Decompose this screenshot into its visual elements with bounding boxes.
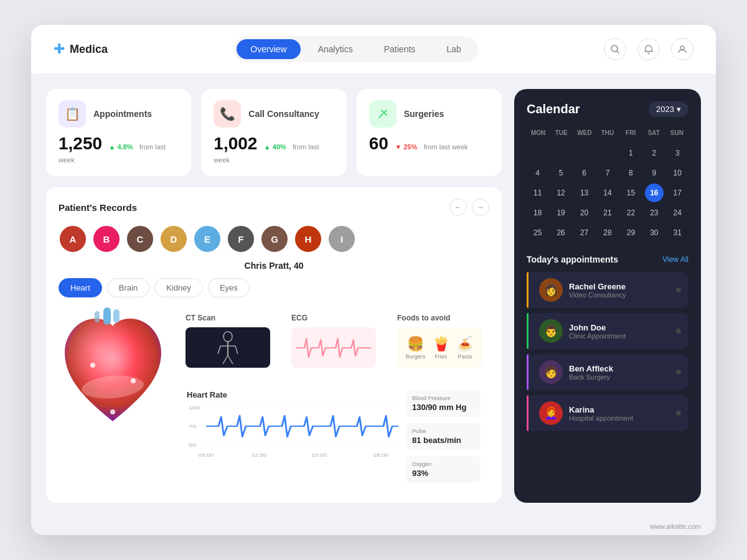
calendar-date[interactable]: 24 bbox=[668, 203, 687, 222]
calendar-date[interactable]: 31 bbox=[668, 223, 687, 242]
calls-value: 1,002 ▲ 40% from last week bbox=[214, 134, 334, 165]
bell-icon[interactable] bbox=[637, 38, 660, 60]
patient-avatar-8[interactable]: H bbox=[294, 225, 322, 253]
appt-type: Back Surgery bbox=[569, 373, 670, 381]
calendar-date[interactable]: 13 bbox=[575, 184, 594, 202]
view-all-button[interactable]: View All bbox=[662, 255, 688, 264]
calendar-date[interactable]: 8 bbox=[621, 164, 640, 182]
calendar-date[interactable]: 4 bbox=[529, 164, 547, 182]
tab-overview[interactable]: Overview bbox=[237, 39, 300, 59]
stat-header-calls: 📞 Call Consultancy bbox=[214, 100, 334, 128]
header-actions bbox=[604, 38, 693, 60]
appt-type: Video Consultancy bbox=[569, 291, 670, 299]
appt-info: Karina Hospital appointment bbox=[569, 405, 670, 422]
calendar-date[interactable]: 1 bbox=[621, 144, 640, 162]
svg-text:75: 75 bbox=[189, 424, 197, 429]
calendar-date[interactable]: 18 bbox=[529, 203, 547, 222]
appt-more-icon[interactable] bbox=[676, 287, 681, 292]
organ-tab-kidney[interactable]: Kidney bbox=[154, 278, 203, 297]
calendar-date[interactable]: 12 bbox=[552, 184, 570, 202]
calendar-date[interactable]: 19 bbox=[552, 203, 570, 222]
calendar-date[interactable]: 23 bbox=[645, 203, 664, 222]
calendar-dates: 1234567891011121314151617181920212223242… bbox=[527, 144, 688, 242]
calendar-date[interactable]: 28 bbox=[598, 223, 617, 242]
organ-tab-heart[interactable]: Heart bbox=[59, 278, 102, 297]
appt-name: Rachel Greene bbox=[569, 282, 670, 291]
search-icon[interactable] bbox=[604, 38, 626, 60]
calendar-date[interactable]: 25 bbox=[529, 223, 547, 242]
patient-avatar-9[interactable]: I bbox=[327, 225, 356, 253]
food-item-pasta: 🍝 Pasta bbox=[456, 336, 473, 360]
calendar-date[interactable]: 29 bbox=[621, 223, 640, 242]
surgeries-value: 60 ▼ 25% from last week bbox=[369, 134, 489, 154]
calendar-date bbox=[529, 144, 547, 162]
bp-value: 130/90 mm Hg bbox=[412, 403, 474, 412]
calendar-date[interactable]: 16 bbox=[645, 184, 664, 202]
foods-title: Foods to avoid bbox=[397, 314, 482, 322]
next-arrow-button[interactable]: → bbox=[472, 198, 489, 216]
prev-arrow-button[interactable]: ← bbox=[449, 198, 467, 216]
logo-icon: ✚ bbox=[54, 41, 65, 57]
surgeries-change: ▼ 25% bbox=[395, 143, 417, 151]
calendar-date[interactable]: 22 bbox=[621, 203, 640, 222]
organ-tab-eyes[interactable]: Eyes bbox=[208, 278, 250, 297]
logo-area: ✚ Medica bbox=[54, 41, 108, 57]
appt-avatar: 👨 bbox=[539, 319, 563, 343]
appointment-item[interactable]: 🧑 Ben Affleck Back Surgery bbox=[527, 354, 688, 390]
patient-avatar-4[interactable]: D bbox=[159, 225, 188, 253]
patient-avatar-2[interactable]: B bbox=[92, 225, 121, 253]
ecg-title: ECG bbox=[291, 314, 376, 322]
stat-card-calls: 📞 Call Consultancy 1,002 ▲ 40% from last… bbox=[201, 89, 346, 176]
pulse-vital: Pulse 81 beats/min bbox=[406, 423, 481, 450]
organ-tab-brain[interactable]: Brain bbox=[107, 278, 149, 297]
surgeries-label: Surgeries bbox=[404, 109, 444, 119]
calendar-date[interactable]: 15 bbox=[621, 184, 640, 202]
tab-analytics[interactable]: Analytics bbox=[304, 39, 367, 59]
appt-more-icon[interactable] bbox=[676, 370, 681, 375]
patient-avatar-6[interactable]: F bbox=[227, 225, 255, 253]
calendar-date[interactable]: 2 bbox=[645, 144, 664, 162]
calendar-date[interactable]: 5 bbox=[552, 164, 570, 182]
calendar-date[interactable]: 9 bbox=[645, 164, 664, 182]
year-selector-button[interactable]: 2023 ▾ bbox=[649, 101, 688, 117]
appointment-item[interactable]: 👩 Rachel Greene Video Consultancy bbox=[527, 272, 688, 308]
calendar-date[interactable]: 7 bbox=[598, 164, 617, 182]
calendar-date[interactable]: 26 bbox=[552, 223, 570, 242]
patient-avatar-1[interactable]: A bbox=[59, 225, 87, 253]
svg-text:12:00: 12:00 bbox=[251, 452, 267, 457]
tab-patients[interactable]: Patients bbox=[370, 39, 430, 59]
patient-avatar-3[interactable]: C bbox=[126, 225, 154, 253]
calendar-date[interactable]: 3 bbox=[668, 144, 687, 162]
svg-point-9 bbox=[90, 363, 95, 368]
nav-tabs: Overview Analytics Patients Lab bbox=[233, 36, 477, 62]
calendar-date[interactable]: 6 bbox=[575, 164, 594, 182]
patient-records-card: Patient's Records ← → A B C D E F G H bbox=[46, 187, 502, 503]
calendar-date[interactable]: 21 bbox=[598, 203, 617, 222]
food-visual: 🍔 Burgers 🍟 Fries 🍝 P bbox=[397, 327, 482, 368]
app-name: Medica bbox=[70, 43, 108, 56]
patient-avatar-5[interactable]: E bbox=[193, 225, 222, 253]
calendar-date[interactable]: 17 bbox=[668, 184, 687, 202]
calendar-date bbox=[552, 144, 570, 162]
calendar-date[interactable]: 14 bbox=[598, 184, 617, 202]
appt-more-icon[interactable] bbox=[676, 329, 681, 334]
user-icon[interactable] bbox=[671, 38, 693, 60]
ecg-visual bbox=[291, 327, 376, 368]
appointment-item[interactable]: 👨 John Doe Clinic Appointment bbox=[527, 313, 688, 349]
appt-more-icon[interactable] bbox=[676, 411, 681, 416]
calendar-date[interactable]: 20 bbox=[575, 203, 594, 222]
patient-avatar-7[interactable]: G bbox=[260, 225, 289, 253]
appointments-value: 1,250 ▲ 4.8% from last week bbox=[59, 134, 179, 165]
calendar-date[interactable]: 10 bbox=[668, 164, 687, 182]
appt-avatar: 👩 bbox=[539, 278, 563, 302]
calendar-date[interactable]: 27 bbox=[575, 223, 594, 242]
calendar-date[interactable]: 11 bbox=[529, 184, 547, 202]
oxygen-vital: Oxygen 93% bbox=[406, 456, 481, 483]
appointments-change: ▲ 4.8% bbox=[109, 143, 133, 151]
tab-lab[interactable]: Lab bbox=[433, 39, 474, 59]
appt-info: Ben Affleck Back Surgery bbox=[569, 364, 670, 381]
appt-type: Clinic Appointment bbox=[569, 332, 670, 340]
calendar-date[interactable]: 30 bbox=[645, 223, 664, 242]
appointment-item[interactable]: 👩‍🦰 Karina Hospital appointment bbox=[527, 395, 688, 431]
svg-text:50: 50 bbox=[189, 442, 197, 448]
